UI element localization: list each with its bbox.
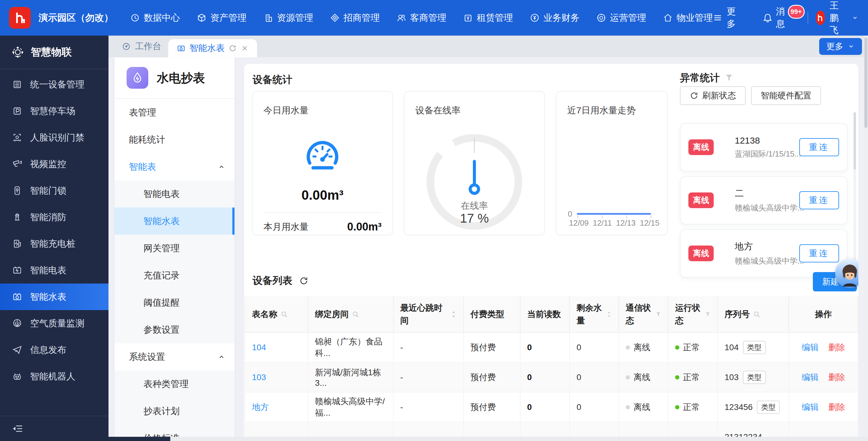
card-title: 设备在线率 <box>415 105 461 117</box>
water-meter-icon <box>177 44 186 53</box>
cctv-icon <box>12 159 22 169</box>
sidebar-item-electric-meter[interactable]: 智能电表 <box>0 257 108 284</box>
brand-logo-icon[interactable] <box>9 7 31 29</box>
hardware-config-label: 智能硬件配置 <box>761 90 811 101</box>
menu-group-smart-meter[interactable]: 智能表 <box>115 153 235 180</box>
filter-icon[interactable] <box>724 73 734 82</box>
menu-item-meter-types[interactable]: 表种类管理 <box>115 371 235 398</box>
tab-workbench[interactable]: 工作台 <box>115 36 168 57</box>
meter-name-link[interactable]: 地方 <box>252 402 269 412</box>
menu-group-system-settings[interactable]: 系统设置 <box>115 343 235 371</box>
refresh-icon[interactable] <box>228 44 237 53</box>
menu-item-recharge-records[interactable]: 充值记录 <box>115 262 235 289</box>
sidebar-item-cctv[interactable]: 视频监控 <box>0 151 108 177</box>
close-icon[interactable] <box>241 45 249 52</box>
tabs-more-button[interactable]: 更多 <box>819 38 862 55</box>
edit-button[interactable]: 编辑 <box>802 342 818 353</box>
nav-item-data-center[interactable]: 数据中心 <box>130 12 180 24</box>
reading-cell: 0 <box>527 373 532 382</box>
filter-icon <box>705 311 711 318</box>
type-tag[interactable]: 类型 <box>743 341 766 354</box>
meter-name-link[interactable]: 104 <box>252 343 266 352</box>
sidebar-item-door-lock[interactable]: 智能门锁 <box>0 177 108 204</box>
sidebar-item-label: 智能消防 <box>30 211 66 224</box>
workspace: 工作台 智能水表 更多 水电抄表 表管理 能耗 <box>108 36 868 441</box>
col-remaining-water[interactable]: 剩余水量 <box>569 296 619 332</box>
menu-item-meter-management[interactable]: 表管理 <box>115 99 235 126</box>
sidebar-item-water-meter[interactable]: 智能水表 <box>0 284 108 310</box>
refresh-icon[interactable] <box>299 276 309 286</box>
menu-item-water-meter[interactable]: 智能水表 <box>115 208 235 235</box>
delete-button[interactable]: 删除 <box>828 402 845 413</box>
hardware-config-button[interactable]: 智能硬件配置 <box>751 86 821 105</box>
reconnect-button[interactable]: 重连 <box>799 244 839 262</box>
nav-item-merchant[interactable]: 客商管理 <box>397 12 446 24</box>
menu-label: 智能电表 <box>144 188 180 200</box>
menu-item-electric-meter[interactable]: 智能电表 <box>115 180 235 208</box>
tab-strip: 工作台 智能水表 更多 <box>108 36 868 57</box>
col-meter-name[interactable]: 表名称 <box>245 296 308 332</box>
type-tag[interactable]: 类型 <box>743 371 766 384</box>
reconnect-button[interactable]: 重连 <box>799 138 839 156</box>
scrollbar-thumb[interactable] <box>108 437 170 441</box>
refresh-status-button[interactable]: 刷新状态 <box>680 86 746 105</box>
menu-item-price-standard[interactable]: 价格标准 <box>115 425 235 437</box>
dashboard-icon <box>122 42 131 51</box>
menu-item-parameter-settings[interactable]: 参数设置 <box>115 316 235 343</box>
scrollbar-thumb[interactable] <box>854 112 856 170</box>
col-actions: 操作 <box>789 296 858 332</box>
sidebar-item-parking[interactable]: 智慧停车场 <box>0 98 108 124</box>
horizontal-scrollbar[interactable] <box>108 437 868 441</box>
sidebar-item-robot[interactable]: 智能机器人 <box>0 363 108 390</box>
nav-item-investment[interactable]: 招商管理 <box>330 12 380 24</box>
x-tick-label: 12/13 <box>616 218 636 228</box>
edit-button[interactable]: 编辑 <box>802 402 818 413</box>
menu-item-threshold-alerts[interactable]: 阈值提醒 <box>115 289 235 316</box>
serial-number: 103 <box>724 373 739 382</box>
abnormal-list-scrollbar[interactable] <box>854 112 856 281</box>
sidebar-item-device-management[interactable]: 统一设备管理 <box>0 71 108 98</box>
col-bound-room[interactable]: 绑定房间 <box>308 296 393 332</box>
menu-item-energy-stats[interactable]: 能耗统计 <box>115 126 235 153</box>
tab-smart-water-meter[interactable]: 智能水表 <box>168 39 257 57</box>
search-icon <box>753 311 761 318</box>
sidebar-collapse-button[interactable] <box>0 416 108 441</box>
nav-item-resource[interactable]: 资源管理 <box>264 12 313 24</box>
nav-item-finance[interactable]: 业务财务 <box>530 12 580 24</box>
sidebar-item-broadcast[interactable]: 信息发布 <box>0 336 108 363</box>
nav-item-lease[interactable]: 租赁管理 <box>463 12 513 24</box>
type-tag[interactable]: 类型 <box>757 401 780 414</box>
run-status: 正常 <box>683 342 700 353</box>
reconnect-button[interactable]: 重连 <box>799 191 839 209</box>
nav-item-property[interactable]: 物业管理 <box>663 12 713 24</box>
menu-item-gateway[interactable]: 网关管理 <box>115 235 235 262</box>
scrollbar-thumb[interactable] <box>864 37 867 128</box>
menu-label: 充值记录 <box>144 269 180 282</box>
nav-item-asset[interactable]: 资产管理 <box>197 12 247 24</box>
menu-item-reading-plan[interactable]: 抄表计划 <box>115 398 235 425</box>
edit-button[interactable]: 编辑 <box>802 372 818 383</box>
nav-label: 资产管理 <box>210 12 247 24</box>
delete-button[interactable]: 删除 <box>828 342 845 353</box>
nav-item-operation[interactable]: 运营管理 <box>596 12 646 24</box>
pay-type-cell: 预付费 <box>470 402 496 412</box>
col-serial[interactable]: 序列号 <box>718 296 789 332</box>
col-last-heartbeat[interactable]: 最近心跳时间 <box>393 296 464 332</box>
col-comm-status[interactable]: 通信状态 <box>619 296 668 332</box>
divider <box>264 212 381 213</box>
delete-button[interactable]: 删除 <box>828 372 845 383</box>
vertical-scrollbar[interactable] <box>864 36 868 437</box>
sidebar-item-charging[interactable]: 智能充电桩 <box>0 231 108 257</box>
nav-label: 招商管理 <box>344 12 380 24</box>
col-run-status[interactable]: 运行状态 <box>668 296 718 332</box>
lease-icon <box>463 13 473 23</box>
sidebar-item-face-access[interactable]: 人脸识别门禁 <box>0 124 108 151</box>
sidebar-item-fire[interactable]: 智能消防 <box>0 204 108 231</box>
sidebar-item-air-quality[interactable]: 空气质量监测 <box>0 310 108 336</box>
electric-meter-icon <box>12 265 22 275</box>
nav-more-button[interactable]: 更多 <box>713 5 736 30</box>
user-menu[interactable]: 王鹏飞 <box>816 0 859 36</box>
month-usage-value: 0.00m³ <box>347 220 381 233</box>
meter-name-link[interactable]: 103 <box>252 373 266 382</box>
messages-button[interactable]: 消息 99+ <box>763 5 804 30</box>
